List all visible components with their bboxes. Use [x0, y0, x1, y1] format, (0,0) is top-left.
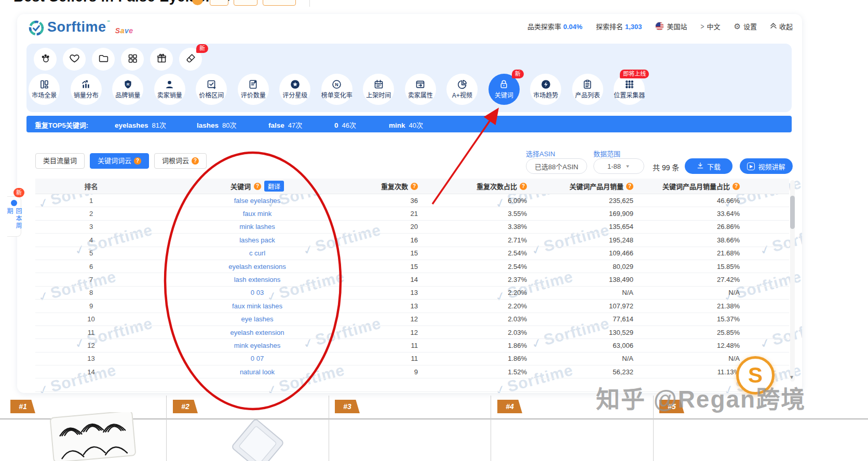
keyword-link[interactable]: mink eyelashes	[234, 342, 281, 349]
video-guide-button[interactable]: ▶ 视频讲解	[740, 158, 793, 174]
help-icon[interactable]: ?	[520, 183, 527, 190]
nav-item-dots[interactable]: 位置采集器即将上线	[608, 74, 650, 105]
help-icon[interactable]: ?	[411, 183, 418, 190]
table-row: 9faux mink lashes132.20%107,97221.38%	[35, 300, 789, 313]
quick-paw-button[interactable]	[34, 48, 57, 71]
explore-rank: 探索排名1,303	[596, 21, 642, 31]
keyword-link[interactable]: c curl	[249, 249, 265, 257]
cell-rank: 7	[35, 276, 147, 283]
bar-chart-icon	[80, 78, 91, 90]
translate-button[interactable]: 翻译	[264, 181, 284, 192]
nav-circle: 评价数量	[238, 74, 269, 105]
collapse-button[interactable]: 收起	[770, 21, 793, 31]
help-icon[interactable]: ?	[134, 157, 141, 165]
cell-sales: 135,654	[527, 223, 633, 230]
dots-icon	[624, 78, 635, 90]
keyword-link[interactable]: lashes pack	[239, 236, 275, 244]
cell-rank: 8	[35, 289, 147, 296]
keyword-link[interactable]: mink lashes	[239, 223, 275, 230]
nav-item-document[interactable]: 评价数量	[233, 74, 275, 105]
quick-heart-button[interactable]	[63, 48, 86, 71]
nav-item-checkbox[interactable]: 价格区间	[191, 74, 233, 105]
tab-0[interactable]: 类目流量词	[35, 153, 85, 169]
quick-grid-button[interactable]	[121, 48, 144, 71]
keyword-table: 排名 关键词 ? 翻译 重复次数? 重复次数占比? 关键词产品月销量? 关键词产…	[35, 179, 789, 392]
tab-1[interactable]: 关键词词云?	[90, 153, 149, 169]
title-action-button-1[interactable]	[210, 0, 228, 6]
keyword-link[interactable]: 0 03	[251, 289, 264, 296]
nav-item-user[interactable]: 卖家销量	[149, 74, 191, 105]
nav-item-bar-chart[interactable]: 销量分布	[65, 74, 107, 105]
site-selector[interactable]: 美国站	[655, 21, 687, 31]
help-icon[interactable]: ?	[733, 183, 740, 190]
table-row: 6eyelash extensions152.54%80,02915.85%	[35, 260, 789, 273]
help-icon[interactable]: ?	[192, 157, 199, 165]
col-sales-pct: 关键词产品月销量占比?	[633, 181, 740, 191]
tab-2[interactable]: 词根词云?	[154, 153, 207, 169]
cell-rank: 11	[35, 329, 147, 336]
help-icon[interactable]: ?	[626, 183, 633, 190]
keyword-link[interactable]: eye lashes	[241, 315, 273, 323]
nav-item-trend[interactable]: 市场趋势	[525, 74, 567, 105]
product-rank-badge: #1	[10, 400, 35, 413]
settings-button[interactable]: ⚙ 设置	[734, 21, 757, 31]
scroll-down-arrow[interactable]: ▼	[789, 374, 794, 380]
quick-folder-button[interactable]	[92, 48, 115, 71]
data-range-dropdown[interactable]: 1-88▼	[593, 158, 644, 174]
cell-count: 21	[368, 210, 418, 218]
keyword-link[interactable]: false eyelashes	[234, 197, 281, 205]
keyword-link[interactable]: eyelash extensions	[228, 263, 286, 270]
keyword-link[interactable]: natural look	[240, 368, 275, 376]
language-switch[interactable]: > 中文	[700, 21, 720, 31]
nav-item-star[interactable]: 评分星级	[274, 74, 316, 105]
nav-circle: 市场全景	[29, 74, 60, 105]
cell-count-pct: 2.03%	[418, 315, 527, 323]
title-action-button-3[interactable]	[263, 0, 296, 6]
gift-icon	[156, 53, 167, 66]
top5-item: false47次	[268, 120, 302, 130]
nav-circle: R品牌销量	[112, 74, 143, 105]
keyword-link[interactable]: 0 07	[251, 355, 264, 362]
nav-item-shield[interactable]: R品牌销量	[107, 74, 149, 105]
nav-item-rank-change[interactable]: N榜单变化率	[316, 74, 358, 105]
cell-count: 13	[368, 289, 418, 296]
quick-brush-button[interactable]: 新	[179, 48, 202, 71]
heart-icon	[69, 53, 80, 66]
help-icon[interactable]: ?	[254, 183, 261, 190]
keyword-link[interactable]: eyelash extension	[230, 329, 284, 336]
nav-item-label: 评分星级	[282, 90, 307, 99]
title-action-button-2[interactable]	[234, 0, 257, 6]
cell-count: 12	[368, 315, 418, 323]
category-explore-rate: 品类探索率0.04%	[527, 21, 582, 31]
nav-item-calendar[interactable]: 上架时间	[358, 74, 400, 105]
table-body: 1false eyelashes366.09%235,62546.66%2fau…	[35, 194, 789, 378]
product-rank-badge: #3	[335, 400, 360, 413]
nav-item-lock[interactable]: 关键词新	[483, 74, 525, 105]
seller-icon	[415, 78, 426, 90]
nav-item-layout[interactable]: 市场全景	[23, 74, 65, 105]
cell-sales-pct: 12.48%	[633, 342, 740, 349]
top5-item: eyelashes81次	[115, 120, 166, 130]
cell-count-pct: 2.37%	[418, 276, 527, 283]
scrollbar-thumb[interactable]	[790, 196, 795, 229]
nav-item-pie[interactable]: A+视频	[441, 74, 483, 105]
table-row: 5c curl152.54%109,46621.68%	[35, 247, 789, 260]
nav-item-seller[interactable]: 卖家属性	[400, 74, 442, 105]
side-floating-tab[interactable]: 回本周期	[7, 196, 21, 237]
keyword-link[interactable]: lash extensions	[234, 276, 281, 283]
cell-keyword: faux mink lashes	[147, 302, 368, 310]
cell-count: 13	[368, 302, 418, 310]
cell-keyword: eyelash extension	[147, 329, 368, 336]
keyword-link[interactable]: faux mink	[243, 210, 272, 218]
nav-item-label: 评价数量	[241, 90, 266, 99]
cell-sales-pct: 21.38%	[633, 302, 740, 310]
download-button[interactable]: 下载	[685, 158, 733, 174]
asin-select-input[interactable]: 已选88个ASIN	[526, 158, 587, 174]
quick-gift-button[interactable]	[150, 48, 173, 71]
divider	[491, 396, 491, 461]
keyword-link[interactable]: faux mink lashes	[232, 302, 282, 310]
cell-count-pct: 1.86%	[418, 342, 527, 349]
nav-item-clipboard[interactable]: 产品列表	[567, 74, 609, 105]
cell-rank: 3	[35, 223, 147, 230]
side-tab-icon	[11, 200, 17, 206]
